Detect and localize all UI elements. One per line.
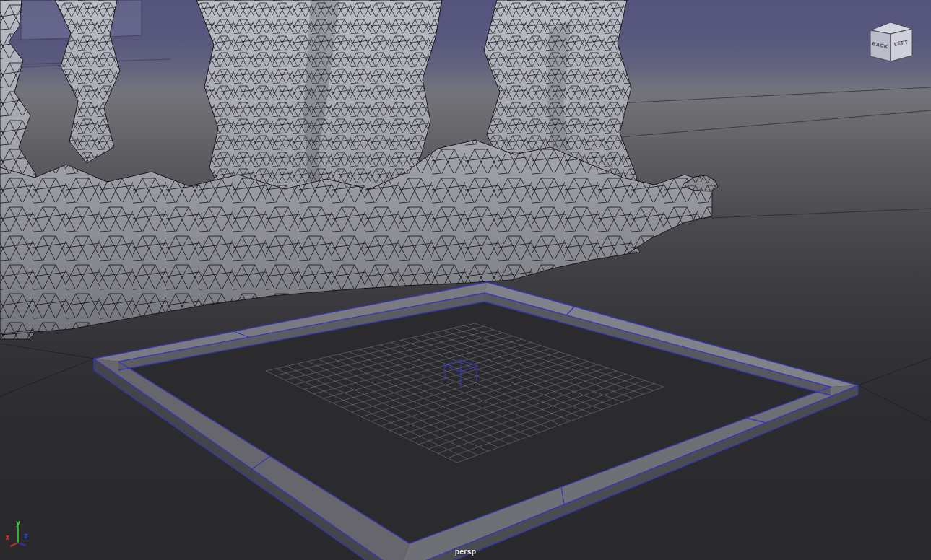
3d-viewport[interactable]: BACK LEFT y x z persp xyxy=(0,0,931,560)
axis-gizmo: y x z xyxy=(0,514,43,550)
terrain-rocks[interactable] xyxy=(0,0,718,339)
axis-z-label: z xyxy=(24,532,28,540)
axis-x-line xyxy=(10,543,18,546)
scene-canvas[interactable] xyxy=(0,0,931,560)
camera-label: persp xyxy=(455,548,477,556)
axis-y-label: y xyxy=(16,519,20,527)
selected-platform[interactable] xyxy=(94,282,858,560)
view-cube[interactable]: BACK LEFT xyxy=(859,10,924,89)
axis-z-line xyxy=(18,543,26,546)
axis-x-label: x xyxy=(5,533,9,541)
